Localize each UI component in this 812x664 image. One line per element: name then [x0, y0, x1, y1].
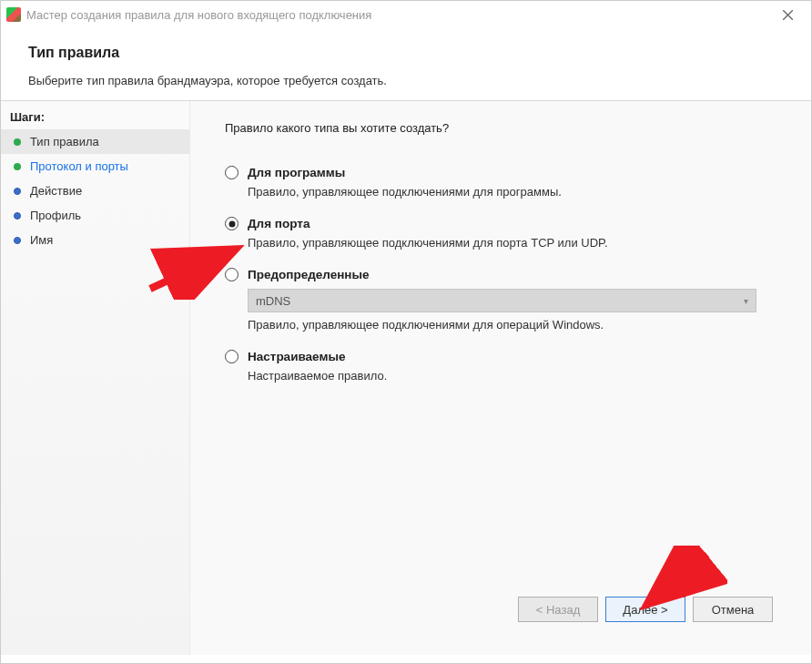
option-predefined[interactable]: Предопределенные mDNS ▾ Правило, управля…: [221, 268, 784, 332]
sidebar-step-label: Тип правила: [30, 135, 99, 148]
firewall-icon: [6, 7, 21, 22]
back-button: < Назад: [518, 597, 598, 622]
chevron-down-icon: ▾: [744, 296, 748, 306]
dropdown-value: mDNS: [256, 294, 290, 308]
page-subtitle: Выберите тип правила брандмауэра, которо…: [28, 74, 784, 87]
sidebar-step-name[interactable]: Имя: [1, 228, 189, 252]
page-title: Тип правила: [28, 45, 784, 61]
close-icon: [783, 10, 793, 20]
sidebar-heading: Шаги:: [1, 105, 189, 129]
window-title: Мастер создания правила для нового входя…: [26, 8, 769, 22]
option-desc: Правило, управляющее подключениями для п…: [248, 185, 784, 199]
step-dot-icon: [14, 138, 21, 146]
content-pane: Правило какого типа вы хотите создать? Д…: [190, 101, 811, 655]
option-label: Для программы: [248, 166, 345, 179]
option-port[interactable]: Для порта Правило, управляющее подключен…: [221, 217, 784, 250]
content-question: Правило какого типа вы хотите создать?: [225, 121, 784, 135]
options-group: Для программы Правило, управляющее подкл…: [221, 166, 784, 586]
option-desc: Правило, управляющее подключениями для п…: [248, 236, 784, 250]
predefined-dropdown: mDNS ▾: [248, 289, 756, 312]
option-label: Настраиваемые: [248, 350, 345, 363]
sidebar: Шаги: Тип правила Протокол и порты Дейст…: [1, 101, 190, 655]
sidebar-step-profile[interactable]: Профиль: [1, 203, 189, 228]
radio-icon[interactable]: [225, 350, 239, 363]
next-button[interactable]: Далее >: [605, 597, 685, 622]
radio-icon[interactable]: [225, 217, 239, 230]
option-label: Для порта: [248, 217, 310, 230]
sidebar-step-label: Профиль: [30, 209, 81, 222]
option-desc: Настраиваемое правило.: [248, 369, 784, 383]
step-dot-icon: [14, 188, 21, 195]
radio-icon[interactable]: [225, 166, 239, 179]
header: Тип правила Выберите тип правила брандма…: [1, 28, 811, 100]
sidebar-step-action[interactable]: Действие: [1, 179, 189, 203]
step-dot-icon: [14, 163, 21, 170]
sidebar-step-type[interactable]: Тип правила: [1, 129, 189, 154]
option-program[interactable]: Для программы Правило, управляющее подкл…: [221, 166, 784, 199]
option-desc: Правило, управляющее подключениями для о…: [248, 318, 784, 332]
option-custom[interactable]: Настраиваемые Настраиваемое правило.: [221, 350, 784, 383]
option-label: Предопределенные: [248, 268, 370, 281]
sidebar-step-protocol[interactable]: Протокол и порты: [1, 154, 189, 179]
close-button[interactable]: [769, 3, 806, 26]
sidebar-step-label: Действие: [30, 184, 82, 198]
radio-icon[interactable]: [225, 268, 239, 281]
sidebar-step-label: Протокол и порты: [30, 159, 128, 173]
sidebar-step-label: Имя: [30, 233, 53, 247]
cancel-button[interactable]: Отмена: [693, 597, 773, 622]
titlebar: Мастер создания правила для нового входя…: [1, 1, 811, 28]
step-dot-icon: [14, 212, 21, 220]
button-bar: < Назад Далее > Отмена: [221, 586, 784, 646]
step-dot-icon: [14, 237, 21, 244]
